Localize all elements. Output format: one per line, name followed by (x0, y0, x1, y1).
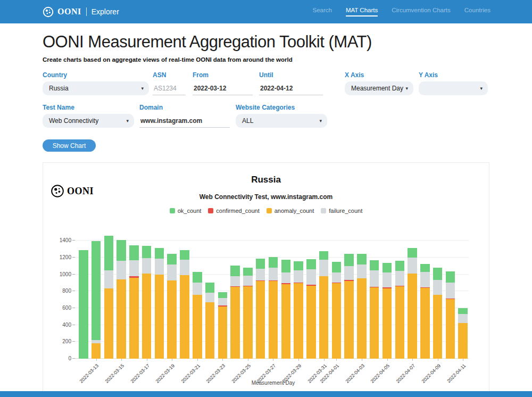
bar-2022-03-22[interactable] (205, 235, 215, 359)
bar-2022-03-23[interactable]: 2022-03-23 (218, 235, 228, 359)
bar-2022-03-15[interactable]: 2022-03-15 (117, 235, 126, 359)
bar-segment-ok_count (92, 241, 101, 340)
x-axis-select[interactable]: Measurement Day ▾ (345, 81, 413, 95)
legend-swatch-icon (321, 208, 326, 213)
y-axis-field: Y Axis ▾ (419, 71, 488, 95)
bar-segment-failure_count (256, 269, 265, 280)
bar-2022-03-12[interactable] (79, 235, 88, 359)
bar-2022-04-05[interactable]: 2022-04-05 (383, 235, 392, 359)
bar-segment-ok_count (218, 292, 228, 298)
bar-segment-anomaly_count (332, 283, 342, 359)
bar-segment-anomaly_count (383, 288, 392, 359)
chevron-down-icon: ▾ (141, 86, 144, 91)
x-axis-tick (222, 359, 223, 361)
bar-2022-03-31[interactable]: 2022-03-31 (319, 235, 329, 359)
bar-segment-ok_count (269, 257, 278, 268)
bar-2022-03-26[interactable] (256, 235, 265, 359)
from-date-input[interactable] (193, 81, 253, 95)
y-axis-tick (72, 358, 75, 359)
bar-segment-ok_count (205, 283, 215, 293)
bar-2022-04-02[interactable] (344, 235, 354, 359)
nav-link-countries[interactable]: Countries (464, 7, 491, 16)
bar-2022-04-08[interactable] (420, 235, 430, 359)
bar-segment-failure_count (230, 276, 240, 286)
bar-segment-failure_count (205, 293, 215, 302)
bar-segment-anomaly_count (269, 281, 278, 359)
bar-segment-ok_count (332, 262, 342, 273)
legend-item-failure_count: failure_count (321, 208, 362, 214)
asn-field: ASN (153, 71, 186, 95)
bar-segment-ok_count (408, 248, 417, 257)
bar-2022-04-07[interactable]: 2022-04-07 (408, 235, 417, 359)
nav-links: Search MAT Charts Circumvention Charts C… (312, 7, 491, 16)
x-axis-tick (387, 359, 388, 361)
bar-segment-failure_count (332, 272, 342, 282)
bar-2022-04-10[interactable] (446, 235, 455, 359)
legend-item-ok_count: ok_count (170, 208, 202, 214)
bar-segment-ok_count (446, 271, 455, 283)
until-date-input[interactable] (259, 81, 323, 95)
bar-2022-03-29[interactable]: 2022-03-29 (294, 235, 303, 359)
x-axis-tick (362, 359, 362, 361)
bar-2022-03-21[interactable]: 2022-03-21 (193, 235, 202, 359)
y-axis-tick-label: 800 (53, 288, 71, 294)
bar-2022-03-17[interactable]: 2022-03-17 (142, 235, 152, 359)
bar-2022-03-16[interactable] (129, 235, 139, 359)
bar-2022-03-18[interactable] (155, 235, 164, 359)
bar-segment-anomaly_count (104, 288, 114, 359)
asn-input[interactable] (153, 81, 186, 95)
nav-link-mat-charts[interactable]: MAT Charts (346, 7, 378, 16)
x-axis-tick (273, 359, 273, 361)
bars-container: 2022-03-132022-03-152022-03-172022-03-19… (78, 235, 469, 359)
test-name-value: Web Connectivity (49, 117, 98, 125)
bar-2022-04-04[interactable] (370, 235, 379, 359)
country-label: Country (43, 71, 149, 79)
domain-input[interactable] (139, 114, 230, 128)
brand-divider (86, 7, 87, 16)
test-name-select[interactable]: Web Connectivity ▾ (43, 114, 134, 128)
bar-2022-03-24[interactable] (230, 235, 240, 359)
country-select[interactable]: Russia ▾ (43, 81, 149, 95)
bar-2022-03-25[interactable]: 2022-03-25 (243, 235, 253, 359)
x-axis-tick (147, 359, 147, 361)
bar-segment-anomaly_count (243, 286, 253, 359)
navbar: OONI Explorer Search MAT Charts Circumve… (0, 0, 532, 23)
nav-link-circumvention-charts[interactable]: Circumvention Charts (392, 7, 451, 16)
asn-label: ASN (153, 71, 186, 79)
bar-2022-04-09[interactable]: 2022-04-09 (433, 235, 443, 359)
bar-2022-04-11[interactable]: 2022-04-11 (458, 235, 468, 359)
y-axis-select[interactable]: ▾ (419, 81, 488, 95)
filter-row-2: Test Name Web Connectivity ▾ Domain Webs… (43, 104, 489, 128)
nav-link-search[interactable]: Search (312, 7, 331, 16)
x-axis-tick (96, 359, 97, 361)
test-name-label: Test Name (43, 104, 134, 111)
bar-2022-03-19[interactable]: 2022-03-19 (167, 235, 177, 359)
show-chart-button[interactable]: Show Chart (43, 139, 96, 152)
legend-label: failure_count (329, 208, 362, 214)
legend-item-anomaly_count: anomaly_count (267, 208, 314, 214)
bar-2022-03-20[interactable] (180, 235, 189, 359)
filter-row-1: Country Russia ▾ ASN From Until X Axis M… (43, 71, 489, 95)
bar-2022-03-30[interactable] (306, 235, 316, 359)
x-axis-tick (248, 359, 248, 361)
website-categories-select[interactable]: ALL ▾ (236, 114, 327, 128)
bar-segment-anomaly_count (281, 284, 291, 359)
bar-segment-failure_count (193, 283, 202, 295)
legend-label: anomaly_count (275, 208, 314, 214)
bar-2022-04-03[interactable]: 2022-04-03 (357, 235, 367, 359)
bar-2022-03-13[interactable]: 2022-03-13 (92, 235, 101, 359)
bar-segment-ok_count (79, 250, 88, 359)
bar-2022-04-01[interactable]: 2022-04-01 (332, 235, 342, 359)
bar-2022-03-14[interactable] (104, 235, 114, 359)
bar-segment-ok_count (180, 250, 189, 260)
bar-segment-anomaly_count (256, 281, 265, 359)
bar-2022-03-28[interactable] (281, 235, 291, 359)
bar-segment-anomaly_count (180, 275, 189, 359)
brand[interactable]: OONI Explorer (43, 6, 119, 18)
bar-segment-failure_count (306, 269, 316, 285)
bar-2022-03-27[interactable]: 2022-03-27 (269, 235, 278, 359)
bar-segment-ok_count (193, 272, 202, 283)
legend-swatch-icon (208, 208, 213, 213)
website-categories-label: Website Categories (236, 104, 327, 111)
bar-2022-04-06[interactable] (395, 235, 405, 359)
